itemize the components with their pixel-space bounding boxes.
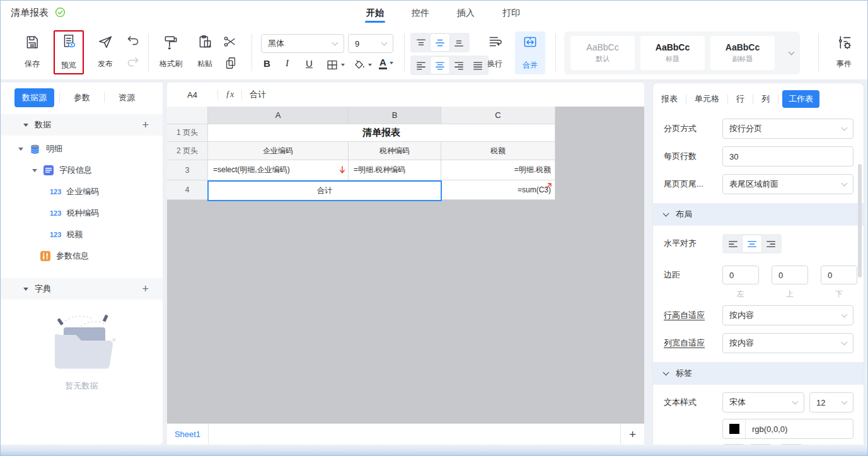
cell-B2[interactable]: 税种编码 [349,142,441,160]
grid-corner[interactable] [167,107,208,124]
column-header-A[interactable]: A [208,107,349,124]
publish-button[interactable]: 发布 [90,32,120,73]
inspector-scrollbar[interactable] [858,164,862,278]
tab-divider [727,95,728,104]
sidebar-tab-parameters[interactable]: 参数 [65,88,99,107]
tail-footer-select[interactable]: 表尾区域前面 [722,174,854,194]
borders-button[interactable] [325,58,345,72]
add-sheet-button[interactable]: + [620,424,644,445]
format-painter-button[interactable]: 格式刷 [154,32,187,73]
cell-A3[interactable]: =select(明细,企业编码) [208,160,349,180]
cell-A1-merged-title[interactable]: 清单报表 [208,124,555,142]
sidebar-tab-datasource[interactable]: 数据源 [14,88,54,107]
tree-item-field[interactable]: 123 税种编码 [50,204,99,223]
copy-button[interactable] [224,56,238,71]
tab-controls[interactable]: 控件 [410,2,431,25]
margin-bottom-value: 0 [828,271,832,280]
halign-left-button[interactable] [412,57,431,74]
inspector-tab-column[interactable]: 列 [761,90,770,108]
valign-bottom-button[interactable] [449,34,468,51]
margin-top-input[interactable]: 0 [772,266,808,284]
color-value-text: rgb(0,0,0) [746,424,787,434]
cell-C3[interactable]: =明细.税额 [441,160,555,180]
halign-right-button[interactable] [449,57,468,74]
undo-button[interactable] [125,35,141,49]
font-color-button[interactable]: A [379,57,393,69]
column-header-C[interactable]: C [441,107,555,124]
tab-insert[interactable]: 插入 [456,2,476,25]
preview-button[interactable]: 预览 [54,30,84,74]
events-button[interactable]: 事件 [828,32,860,73]
save-button[interactable]: 保存 [17,32,47,73]
tab-home[interactable]: 开始 [365,2,385,25]
layout-section-header[interactable]: 布局 [653,203,864,226]
cell-C2[interactable]: 税额 [441,142,555,160]
color-swatch-button[interactable] [723,419,746,438]
col-autofit-select[interactable]: 按内容 [722,333,854,353]
selected-cell-A4[interactable]: 合计 [207,180,442,201]
underline-button[interactable]: U [306,58,313,69]
merge-cells-button[interactable]: 合并 [515,32,545,74]
inspector-tab-row[interactable]: 行 [736,90,744,108]
cell-B3-formula: =明细.税种编码 [354,165,405,175]
add-dictionary-button[interactable]: + [142,283,149,296]
borders-icon [325,58,339,72]
halign-center-button[interactable] [431,57,449,74]
text-style-size-select[interactable]: 12 [809,392,854,412]
inspector-halign-left-button[interactable] [724,235,743,252]
paging-mode-select[interactable]: 按行分页 [722,119,854,139]
sidebar-tab-resources[interactable]: 资源 [110,88,144,107]
inspector-halign-right-button[interactable] [761,235,780,252]
tab-print[interactable]: 打印 [501,2,521,25]
row-header-1[interactable]: 1 页头 [167,124,208,142]
text-style-font-select[interactable]: 宋体 [722,392,804,412]
row-header-3[interactable]: 3 [167,160,208,180]
add-datasource-button[interactable]: + [142,119,149,132]
inspector-halign-center-button[interactable] [743,235,761,252]
section-dictionary[interactable]: 字典 + [1,278,163,300]
style-subtitle[interactable]: AaBbCc 副标题 [710,36,775,70]
tree-item-dataset[interactable]: 明细 [18,139,62,158]
cell-reference-box[interactable]: A4 [167,90,217,100]
style-title[interactable]: AaBbCc 标题 [640,36,705,70]
text-color-field[interactable]: rgb(0,0,0) [722,419,854,439]
row-autofit-select[interactable]: 按内容 [722,305,854,325]
style-label-text: 标题 [666,54,680,64]
tree-item-field[interactable]: 123 企业编码 [50,182,99,201]
formula-input[interactable]: 合计 [242,89,266,100]
tree-item-fields-group[interactable]: 字段信息 [32,161,92,180]
column-header-B[interactable]: B [349,107,441,124]
label-section-header[interactable]: 标签 [653,362,864,385]
inspector-tab-worksheet[interactable]: 工作表 [782,90,819,108]
cell-A2[interactable]: 企业编码 [208,142,349,160]
section-data[interactable]: 数据 + [1,114,163,136]
font-family-select[interactable]: 黑体 [261,34,344,53]
cell-B3[interactable]: =明细.税种编码 [349,160,441,180]
font-size-select[interactable]: 9 [348,34,393,53]
rows-per-page-input[interactable]: 30 [722,146,854,167]
paste-button[interactable]: 粘贴 [190,32,220,73]
italic-button[interactable]: I [286,58,289,69]
sheet-tab-sheet1[interactable]: Sheet1 [167,424,209,445]
cell-C4[interactable]: =sum(C3) [441,180,555,200]
fill-color-button[interactable] [352,58,372,72]
style-default[interactable]: AaBbCc 默认 [570,36,635,70]
sheet-tab-bar: Sheet1 + [167,423,644,445]
inspector-tab-cell[interactable]: 单元格 [695,90,719,108]
row-header-4[interactable]: 4 [167,180,208,200]
valign-top-button[interactable] [412,34,431,51]
wrap-text-button[interactable]: 换行 [481,32,509,73]
fx-icon[interactable]: ƒx [218,90,241,100]
cut-button[interactable] [223,34,238,49]
tree-item-field[interactable]: 123 税额 [50,225,83,244]
row-header-2[interactable]: 2 页头 [167,142,208,160]
redo-icon [125,56,141,70]
margin-bottom-input[interactable]: 0 [821,266,857,284]
tree-item-params-group[interactable]: 参数信息 [40,247,89,266]
bold-button[interactable]: B [263,58,270,69]
valign-middle-button[interactable] [431,34,449,51]
redo-button[interactable] [125,56,141,70]
margin-left-input[interactable]: 0 [722,266,759,284]
inspector-tab-report[interactable]: 报表 [661,90,678,108]
styles-expand-chevron[interactable] [789,49,795,55]
